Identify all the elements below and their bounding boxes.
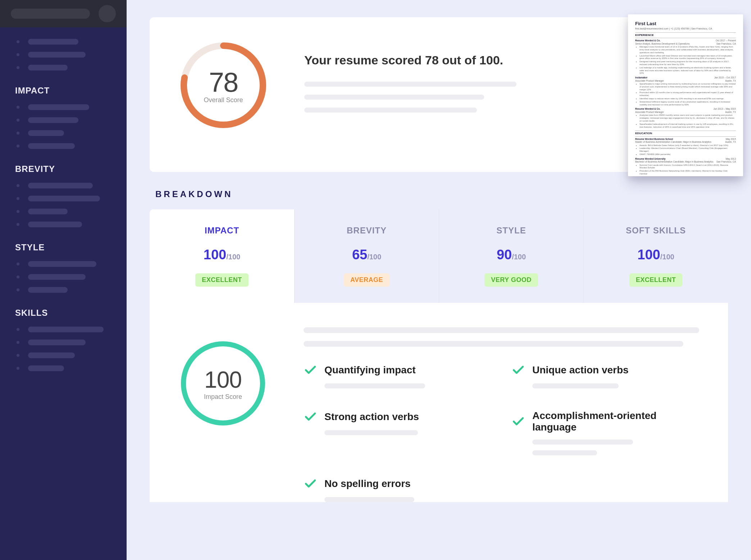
preview-job-location: San Francisco, CA: [716, 42, 736, 45]
sidebar-item[interactable]: [17, 52, 127, 58]
bullet-icon: [17, 263, 19, 265]
bullet-icon: [17, 223, 19, 226]
sidebar-item[interactable]: [17, 274, 127, 280]
sidebar-item-placeholder: [28, 130, 64, 136]
sidebar-item-placeholder: [28, 183, 93, 188]
preview-job-company: Resume Worded & Co.: [635, 108, 660, 110]
sidebar-item[interactable]: [17, 365, 127, 371]
tab-style[interactable]: STYLE 90/100 VERY GOOD: [439, 209, 583, 303]
preview-job-dates: Jun 2013 – May 2015: [713, 108, 736, 110]
preview-bullets: Managed cross-functional team of 10 in 3…: [635, 46, 736, 75]
sidebar-heading-brevity: BREVITY: [15, 164, 127, 174]
sidebar-item[interactable]: [17, 340, 127, 345]
sidebar-item[interactable]: [17, 352, 127, 358]
check-label: Quantifying impact: [324, 364, 416, 376]
sidebar-item-placeholder: [28, 327, 104, 332]
tab-softskills[interactable]: SOFT SKILLS 100/100 EXCELLENT: [583, 209, 728, 303]
sidebar-item[interactable]: [17, 143, 127, 149]
sidebar: IMPACT BREVITY STYLE SKILLS: [0, 0, 127, 560]
overall-score-label: Overall Score: [204, 96, 243, 104]
check-item-accomplishment-oriented-language: Accomplishment-oriented language: [511, 410, 699, 455]
preview-job-location: Austin, TX: [725, 79, 736, 82]
sidebar-header: [0, 0, 127, 27]
check-label: Strong action verbs: [324, 411, 419, 423]
overall-score-ring: 78 Overall Score: [178, 40, 268, 130]
bullet-icon: [17, 328, 19, 331]
preview-job-dates: Jan 2015 – Oct 2017: [714, 76, 736, 79]
sidebar-item[interactable]: [17, 104, 127, 110]
sidebar-item-placeholder: [28, 222, 82, 227]
preview-section-experience: EXPERIENCE: [635, 32, 736, 38]
sidebar-heading-style: STYLE: [15, 242, 127, 252]
sidebar-item-placeholder: [28, 52, 86, 58]
preview-bullets: Spearheaded a major pricing restructure …: [635, 83, 736, 106]
preview-edu-school: Resume Worded Business School: [635, 138, 673, 141]
preview-edu-school: Resume Worded University: [635, 158, 665, 160]
bullet-icon: [17, 276, 19, 278]
preview-edu-degree: Bachelor of Business Administration Cand…: [635, 160, 714, 163]
tab-label: SOFT SKILLS: [626, 226, 686, 236]
summary-line-placeholder: [304, 108, 477, 113]
sidebar-item-placeholder: [28, 39, 78, 45]
preview-job-title: Senior Analyst, Business Development & O…: [635, 42, 689, 45]
bullet-icon: [17, 367, 19, 370]
summary-card: 78 Overall Score Your resume scored 78 o…: [150, 17, 728, 172]
check-grid: Quantifying impact Unique action verbs S…: [304, 363, 699, 502]
sidebar-item[interactable]: [17, 287, 127, 293]
preview-section-education: EDUCATION: [635, 131, 736, 136]
sidebar-heading-skills: SKILLS: [15, 308, 127, 318]
sidebar-item[interactable]: [17, 65, 127, 70]
check-sub-placeholder: [324, 383, 425, 388]
sidebar-item[interactable]: [17, 327, 127, 332]
preview-edu-location: San Francisco, CA: [716, 160, 736, 163]
sidebar-item[interactable]: [17, 196, 127, 201]
tab-score: 90/100: [497, 247, 526, 263]
resume-preview[interactable]: First Last first.last@resumeworded.com |…: [628, 14, 743, 176]
check-icon: [304, 363, 317, 377]
preview-contact: first.last@resumeworded.com | +1 (123) 4…: [635, 27, 736, 30]
summary-line-placeholder: [304, 82, 516, 87]
tab-score-max: 100: [662, 253, 674, 261]
sidebar-item[interactable]: [17, 261, 127, 267]
avatar[interactable]: [99, 5, 116, 22]
sidebar-item[interactable]: [17, 130, 127, 136]
check-label: No spelling errors: [324, 478, 411, 490]
tab-score-max: 100: [228, 253, 240, 261]
tab-score-value: 65: [352, 247, 367, 262]
tab-impact[interactable]: IMPACT 100/100 EXCELLENT: [150, 209, 294, 303]
sidebar-item-placeholder: [28, 352, 75, 358]
detail-line-placeholder: [304, 327, 699, 333]
summary-line-placeholder: [304, 95, 484, 100]
preview-bullets: Summa Cum Laude with Honors; Cumulative …: [635, 164, 736, 176]
bullet-icon: [17, 354, 19, 357]
sidebar-item[interactable]: [17, 209, 127, 214]
impact-score-ring: 100 Impact Score: [178, 339, 268, 428]
sidebar-item-placeholder: [28, 365, 64, 371]
sidebar-item[interactable]: [17, 39, 127, 45]
tab-brevity[interactable]: BREVITY 65/100 AVERAGE: [294, 209, 439, 303]
tab-score: 100/100: [637, 247, 674, 263]
bullet-icon: [17, 40, 19, 43]
sidebar-item-placeholder: [28, 143, 75, 149]
tab-score: 65/100: [352, 247, 381, 263]
sidebar-item-placeholder: [28, 104, 89, 110]
bullet-icon: [17, 53, 19, 56]
tab-score-value: 100: [204, 247, 226, 262]
tab-badge: EXCELLENT: [629, 273, 683, 287]
preview-bullets: Awards: Bill & Melinda Gates Fellow (onl…: [635, 144, 736, 156]
check-sub-placeholder: [532, 383, 619, 388]
sidebar-item[interactable]: [17, 117, 127, 123]
sidebar-item[interactable]: [17, 183, 127, 188]
preview-name: First Last: [635, 21, 736, 27]
tab-badge: EXCELLENT: [195, 273, 249, 287]
sidebar-item[interactable]: [17, 222, 127, 227]
sidebar-group-top: [0, 27, 127, 70]
check-item-no-spelling-errors: No spelling errors: [304, 477, 491, 502]
sidebar-header-placeholder: [11, 9, 90, 19]
sidebar-group-skills: SKILLS: [0, 300, 127, 371]
sidebar-item-placeholder: [28, 65, 68, 70]
preview-edu-degree: Master of Business Administration Candid…: [635, 141, 711, 144]
check-icon: [511, 415, 525, 428]
check-icon: [304, 477, 317, 491]
sidebar-item-placeholder: [28, 340, 86, 345]
